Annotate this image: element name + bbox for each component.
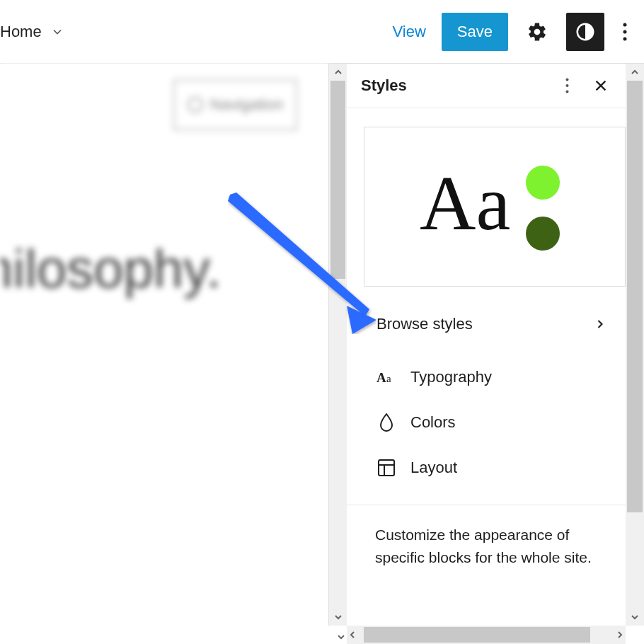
- svg-point-3: [623, 37, 627, 40]
- top-toolbar: Home View Save: [0, 0, 644, 64]
- layout-row[interactable]: Layout: [347, 445, 626, 490]
- svg-point-1: [623, 23, 627, 26]
- preview-primary-swatch: [526, 166, 560, 200]
- sidebar-vertical-scrollbar[interactable]: [626, 64, 644, 626]
- typography-label: Typography: [410, 368, 492, 386]
- toolbar-actions: View Save: [387, 13, 636, 51]
- scrollbar-thumb[interactable]: [364, 627, 590, 643]
- save-button[interactable]: Save: [442, 13, 508, 51]
- canvas-vertical-scrollbar[interactable]: [328, 64, 347, 626]
- preview-sample-text: Aa: [420, 164, 510, 242]
- gear-icon: [527, 21, 548, 42]
- chevron-down-icon: [50, 25, 64, 39]
- styles-toggle-button[interactable]: [566, 13, 604, 51]
- typography-icon: Aa: [376, 367, 396, 387]
- more-options-button[interactable]: [614, 13, 636, 51]
- style-preview-card[interactable]: Aa: [364, 127, 626, 287]
- colors-label: Colors: [410, 413, 456, 432]
- drop-icon: [376, 413, 396, 432]
- sidebar-more-button[interactable]: [556, 75, 577, 96]
- svg-text:A: A: [376, 370, 386, 384]
- sidebar-title: Styles: [361, 76, 407, 95]
- contrast-icon: [575, 21, 596, 42]
- svg-point-6: [565, 91, 568, 93]
- navigation-block-label: Navigation: [210, 96, 284, 114]
- svg-point-2: [623, 30, 627, 33]
- scrollbar-thumb[interactable]: [330, 81, 345, 279]
- typography-row[interactable]: Aa Typography: [347, 355, 626, 400]
- styles-sidebar: Styles Aa: [347, 64, 644, 644]
- scroll-down-icon[interactable]: [337, 633, 345, 641]
- scroll-up-icon[interactable]: [626, 64, 644, 81]
- editor-canvas-wrap: Navigation hilosophy.: [0, 64, 347, 644]
- chevron-right-icon: [593, 317, 607, 331]
- layout-label: Layout: [410, 459, 457, 477]
- breadcrumb[interactable]: Home: [0, 23, 64, 41]
- browse-styles-row[interactable]: Browse styles: [347, 294, 626, 355]
- svg-point-4: [565, 79, 568, 81]
- nav-home-label: Home: [0, 23, 42, 41]
- svg-rect-11: [379, 460, 394, 476]
- preview-secondary-swatch: [526, 217, 560, 251]
- canvas-heading: hilosophy.: [0, 238, 222, 299]
- sidebar-header: Styles: [347, 64, 626, 108]
- canvas-scroll-corner: [0, 626, 347, 644]
- close-icon: [593, 78, 609, 93]
- scroll-right-icon[interactable]: [616, 631, 624, 639]
- sidebar-description: Customize the appearance of specific blo…: [347, 524, 626, 568]
- sidebar-horizontal-scrollbar[interactable]: [347, 626, 626, 644]
- scroll-down-icon[interactable]: [329, 609, 347, 626]
- sidebar-close-button[interactable]: [590, 75, 611, 96]
- kebab-icon: [623, 23, 627, 41]
- settings-button[interactable]: [518, 13, 556, 51]
- scroll-down-icon[interactable]: [626, 609, 644, 626]
- view-link[interactable]: View: [387, 23, 432, 41]
- svg-text:a: a: [386, 373, 391, 384]
- sidebar-divider: [347, 505, 626, 505]
- colors-row[interactable]: Colors: [347, 400, 626, 445]
- scrollbar-thumb[interactable]: [627, 81, 643, 512]
- scroll-up-icon[interactable]: [329, 64, 347, 81]
- main-area: Navigation hilosophy. Styles: [0, 64, 644, 644]
- editor-canvas[interactable]: Navigation hilosophy.: [0, 64, 328, 626]
- kebab-icon: [565, 78, 569, 93]
- browse-styles-label: Browse styles: [376, 315, 473, 333]
- scroll-left-icon[interactable]: [348, 631, 357, 639]
- layout-icon: [376, 458, 396, 478]
- compass-icon: [188, 97, 203, 113]
- navigation-block[interactable]: Navigation: [173, 79, 297, 130]
- svg-point-5: [565, 84, 568, 87]
